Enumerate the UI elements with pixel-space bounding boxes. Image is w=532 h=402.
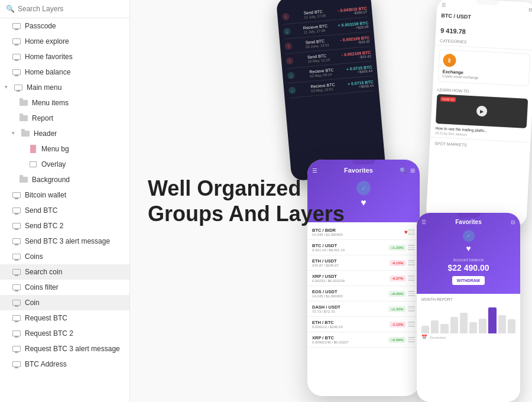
coin-info: EOS / USDT14,345 / $1.000000 — [312, 289, 343, 298]
layer-item-report[interactable]: Report — [0, 111, 129, 126]
coin-row[interactable]: BTC / USDT9,421.14 / $9,421.14+1.33% — [307, 240, 420, 255]
search-layers-input[interactable] — [18, 5, 124, 13]
folder-icon — [21, 129, 30, 138]
layer-item-passcode[interactable]: Passcode — [0, 18, 129, 34]
ph3-pair: BTC / USDT — [436, 10, 532, 26]
headline: Well Organized Groups And Layers — [148, 176, 345, 226]
dec-text: December — [430, 336, 446, 339]
layer-item-menu-items[interactable]: Menu items — [0, 95, 129, 111]
change-badge: -1.13% — [390, 322, 406, 328]
layer-item-bitcoin-wallet[interactable]: Bitcoin wallet — [0, 187, 129, 203]
center-text: Well Organized Groups And Layers — [130, 176, 345, 226]
change-badge: +1.33% — [388, 245, 406, 251]
ph4-december: 📅 December — [417, 333, 520, 341]
layer-label-coins: Coins — [25, 252, 43, 261]
ph4-top-bar: ☰ Favorites ⊟ — [421, 219, 515, 225]
layer-item-request-btc-2[interactable]: Request BTC 2 — [0, 326, 129, 341]
monitor-icon — [14, 83, 23, 92]
ph4-month-label: MONTH REPORT — [417, 294, 520, 304]
monitor-icon — [12, 52, 21, 61]
coin-row[interactable]: ETH / USDT245.97 / $245.97-0.13% — [307, 255, 420, 271]
layer-item-search-coin[interactable]: Search coin — [0, 264, 129, 280]
layer-item-home-explore[interactable]: Home explore — [0, 34, 129, 49]
layer-item-coin[interactable]: Coin — [0, 295, 129, 310]
layer-item-main-menu[interactable]: ▾Main menu — [0, 80, 129, 95]
monitor-icon — [12, 359, 21, 369]
layer-label-request-btc-3: Request BTC 3 alert message — [25, 345, 120, 353]
coin-right: -0.27% — [390, 275, 415, 281]
coin-row[interactable]: ETH / BTC0.026112 / $246.24-1.13% — [307, 317, 420, 332]
menu-lines-icon — [408, 306, 415, 312]
layer-item-overlay[interactable]: Overlay — [0, 157, 129, 172]
check-icon-ph4: ✓ — [466, 233, 471, 239]
monitor-icon — [12, 221, 21, 231]
layer-item-coins-filter[interactable]: Coins filter — [0, 280, 129, 295]
coin-right: +1.33% — [388, 306, 415, 312]
layer-item-background[interactable]: Background — [0, 172, 129, 187]
tx-info: Recieve BTC03 May, 08:14 — [309, 68, 334, 79]
headline-line2: Groups And Layers — [148, 202, 345, 226]
tx-amount: - 0.002109 BTC-$19.42 — [341, 50, 371, 60]
ph3-spot-markets: SPOT MARKETS — [430, 137, 531, 154]
layer-item-home-balance[interactable]: Home balance — [0, 64, 129, 80]
layer-item-coins[interactable]: Coins — [0, 249, 129, 264]
monitor-icon — [12, 329, 21, 338]
tx-info: Recieve BTC03 May, 13:01 — [310, 82, 335, 93]
calendar-icon-ph4: 📅 — [421, 335, 427, 340]
layer-item-send-btc-2[interactable]: Send BTC 2 — [0, 218, 129, 234]
phone4-notch — [457, 213, 481, 218]
chart-bar — [460, 313, 468, 333]
monitor-icon — [12, 206, 21, 215]
coin-row[interactable]: XRP / USDT0.20223 / $0.202230-0.27% — [307, 271, 420, 286]
coin-row[interactable]: EOS / USDT14,345 / $1.000000+0.05% — [307, 286, 420, 302]
ph3-exchange-card: ₿ Exchange Crypto asset exchange — [438, 49, 531, 86]
layer-label-home-balance: Home balance — [25, 68, 70, 76]
ph4-balance-amount: $22 490.00 — [447, 263, 489, 273]
coin-pair: BTC / USDT — [312, 243, 345, 248]
layer-item-request-btc-3[interactable]: Request BTC 3 alert message — [0, 341, 129, 356]
coin-info: DASH / USDT72.73 / $72.73 — [312, 304, 340, 313]
layer-item-home-favorites[interactable]: Home favorites — [0, 49, 129, 64]
coin-price: 245.97 / $245.97 — [312, 264, 339, 267]
layers-list: PasscodeHome exploreHome favoritesHome b… — [0, 18, 129, 372]
monitor-icon — [12, 283, 21, 292]
layer-label-send-btc-2: Send BTC 2 — [25, 222, 63, 230]
check-circle: ✓ — [356, 181, 371, 195]
coin-row[interactable]: XRP / BTC0.00002146 / $0.20227+0.09% — [307, 332, 420, 348]
coin-pair: ETH / BTC — [312, 320, 343, 325]
coin-pair: XRP / USDT — [312, 274, 345, 279]
tx-info: Send BTC11 July, 17:05 — [303, 9, 326, 19]
send-arrow-icon: ↑ — [282, 13, 290, 21]
layer-label-send-btc: Send BTC — [25, 206, 57, 215]
send-arrow-icon: ↑ — [286, 57, 294, 64]
send-arrow-icon: ↑ — [284, 43, 292, 50]
layer-label-coin: Coin — [25, 299, 40, 307]
coin-pair: EOS / USDT — [312, 289, 343, 294]
ph4-withdraw-button[interactable]: WITHDRAW — [452, 276, 485, 285]
coin-pair: BTC / BIDR — [312, 228, 343, 233]
recv-arrow-icon: ↓ — [288, 86, 296, 94]
layer-item-btc-address[interactable]: BTC Address — [0, 356, 129, 372]
layer-item-menu-bg[interactable]: Menu bg — [0, 141, 129, 157]
monitor-icon — [12, 298, 21, 307]
menu-lines-icon — [408, 275, 415, 281]
change-badge: -0.13% — [390, 260, 406, 266]
layer-label-send-btc-3: Send BTC 3 alert message — [25, 237, 110, 245]
monitor-icon — [12, 67, 21, 77]
phone4-title: Favorites — [455, 219, 481, 225]
monitor-icon — [12, 37, 21, 46]
layer-item-send-btc[interactable]: Send BTC — [0, 203, 129, 218]
coin-pair: XRP / BTC — [312, 335, 349, 341]
coin-info: BTC / USDT9,421.14 / $9,421.14 — [312, 243, 345, 252]
layer-item-header[interactable]: ▾Header — [0, 126, 129, 141]
coin-row[interactable]: BTC / BIDR14,345 / $1.000000♥ — [307, 225, 420, 240]
layer-item-send-btc-3[interactable]: Send BTC 3 alert message — [0, 234, 129, 249]
layer-item-request-btc[interactable]: Request BTC — [0, 310, 129, 326]
coin-price: 0.20223 / $0.202230 — [312, 279, 345, 283]
phone-purple-balance: ☰ Favorites ⊟ ✓ ♥ Account balance $22 49… — [417, 213, 520, 402]
coin-row[interactable]: DASH / USDT72.73 / $72.73+1.33% — [307, 302, 420, 317]
layer-label-request-btc: Request BTC — [25, 314, 67, 322]
folder-icon — [19, 114, 28, 123]
search-bar[interactable]: 🔍 — [0, 0, 129, 18]
monitor-icon — [12, 190, 21, 200]
